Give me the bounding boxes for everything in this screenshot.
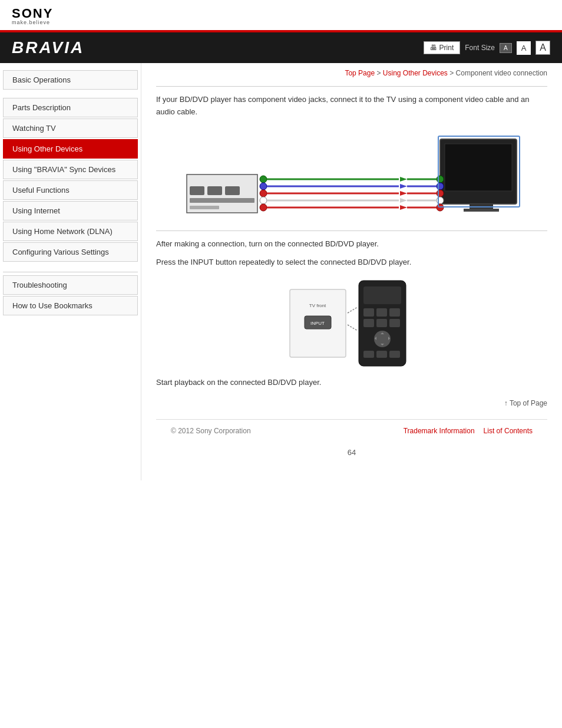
bravia-controls: 🖶 Print Font Size A A A	[424, 41, 550, 55]
sidebar-item-useful-functions[interactable]: Useful Functions	[3, 180, 138, 200]
connection-svg	[181, 127, 523, 222]
svg-text:INPUT: INPUT	[310, 321, 325, 326]
print-icon: 🖶	[430, 44, 437, 52]
svg-point-10	[260, 204, 267, 211]
footer-bar: © 2012 Sony Corporation Trademark Inform…	[156, 419, 547, 442]
svg-point-21	[437, 183, 444, 190]
svg-rect-55	[363, 351, 374, 358]
sidebar-item-bravia-sync[interactable]: Using "BRAVIA" Sync Devices	[3, 160, 138, 179]
sony-tagline: make.believe	[12, 20, 550, 25]
sidebar-item-basic-operations[interactable]: Basic Operations	[3, 70, 138, 90]
print-label: Print	[439, 44, 454, 52]
svg-point-23	[437, 197, 444, 204]
svg-marker-25	[400, 177, 407, 182]
breadcrumb-top-link[interactable]: Top Page	[345, 69, 375, 77]
svg-marker-28	[400, 198, 407, 203]
svg-rect-17	[445, 144, 512, 191]
sidebar-item-using-other-devices[interactable]: Using Other Devices	[3, 139, 138, 159]
svg-rect-19	[464, 209, 499, 212]
step1-text: After making a connection, turn on the c…	[156, 237, 547, 251]
svg-marker-29	[400, 205, 407, 210]
svg-rect-4	[190, 198, 254, 203]
trademark-link[interactable]: Trademark Information	[404, 427, 475, 435]
svg-rect-5	[190, 206, 219, 209]
remote-diagram: INPUT TV front	[156, 278, 547, 369]
step2-text: Press the INPUT button repeatedly to sel…	[156, 255, 547, 269]
font-large-button[interactable]: A	[535, 41, 550, 55]
print-button[interactable]: 🖶 Print	[424, 41, 461, 54]
svg-line-41	[348, 325, 358, 331]
start-playback-text: Start playback on the connected BD/DVD p…	[156, 378, 547, 387]
svg-marker-26	[400, 184, 407, 189]
main-layout: Basic Operations Parts Description Watch…	[0, 63, 562, 480]
top-of-page-area: ↑ Top of Page	[156, 398, 547, 407]
footer-copyright: © 2012 Sony Corporation	[171, 427, 251, 435]
svg-point-9	[260, 197, 267, 204]
content-area: Top Page > Using Other Devices > Compone…	[141, 63, 562, 480]
sony-header: SONY make.believe	[0, 0, 562, 30]
sidebar-item-home-network[interactable]: Using Home Network (DLNA)	[3, 222, 138, 241]
mid-divider	[156, 230, 547, 231]
svg-rect-57	[389, 351, 400, 358]
svg-point-7	[260, 183, 267, 190]
remote-svg: INPUT TV front	[287, 278, 416, 369]
bravia-title: BRAVIA	[12, 38, 84, 57]
svg-rect-1	[190, 186, 204, 195]
font-small-button[interactable]: A	[500, 43, 512, 53]
svg-marker-27	[400, 191, 407, 196]
svg-rect-2	[207, 186, 222, 195]
page-number: 64	[156, 448, 547, 457]
sidebar-item-parts-description[interactable]: Parts Description	[3, 98, 138, 117]
font-size-label: Font Size	[465, 44, 495, 52]
svg-rect-43	[363, 286, 401, 304]
top-divider	[156, 86, 547, 87]
sidebar-item-using-internet[interactable]: Using Internet	[3, 201, 138, 220]
svg-rect-3	[225, 186, 240, 195]
footer-links: Trademark Information List of Contents	[404, 427, 533, 435]
svg-line-40	[348, 307, 358, 313]
sidebar-item-configuring-settings[interactable]: Configuring Various Settings	[3, 242, 138, 262]
svg-rect-49	[389, 319, 400, 327]
content-intro: If your BD/DVD player has component vide…	[156, 94, 547, 118]
sidebar: Basic Operations Parts Description Watch…	[0, 63, 141, 480]
svg-rect-45	[376, 308, 387, 317]
svg-rect-46	[389, 308, 400, 317]
svg-point-8	[260, 190, 267, 197]
connection-diagram	[156, 127, 547, 222]
sidebar-item-bookmarks[interactable]: How to Use Bookmarks	[3, 296, 138, 315]
breadcrumb-sep2: >	[448, 69, 456, 77]
list-of-contents-link[interactable]: List of Contents	[484, 427, 533, 435]
sidebar-divider	[3, 272, 138, 272]
sidebar-item-troubleshooting[interactable]: Troubleshooting	[3, 275, 138, 295]
svg-text:TV front: TV front	[309, 303, 326, 308]
svg-rect-44	[363, 308, 374, 317]
svg-rect-47	[363, 319, 374, 327]
svg-point-20	[437, 176, 444, 183]
breadcrumb: Top Page > Using Other Devices > Compone…	[156, 69, 547, 77]
svg-point-6	[260, 176, 267, 183]
svg-rect-56	[376, 351, 387, 358]
sidebar-item-watching-tv[interactable]: Watching TV	[3, 118, 138, 138]
bravia-bar: BRAVIA 🖶 Print Font Size A A A	[0, 30, 562, 63]
top-of-page-link[interactable]: ↑ Top of Page	[504, 399, 547, 407]
font-medium-button[interactable]: A	[517, 41, 531, 55]
sony-logo: SONY make.believe	[12, 7, 550, 25]
svg-rect-48	[376, 319, 387, 327]
svg-point-22	[437, 190, 444, 197]
breadcrumb-sep1: >	[375, 69, 383, 77]
breadcrumb-using-other-link[interactable]: Using Other Devices	[383, 69, 448, 77]
sony-logo-text: SONY	[12, 7, 550, 20]
breadcrumb-current: Component video connection	[456, 69, 547, 77]
